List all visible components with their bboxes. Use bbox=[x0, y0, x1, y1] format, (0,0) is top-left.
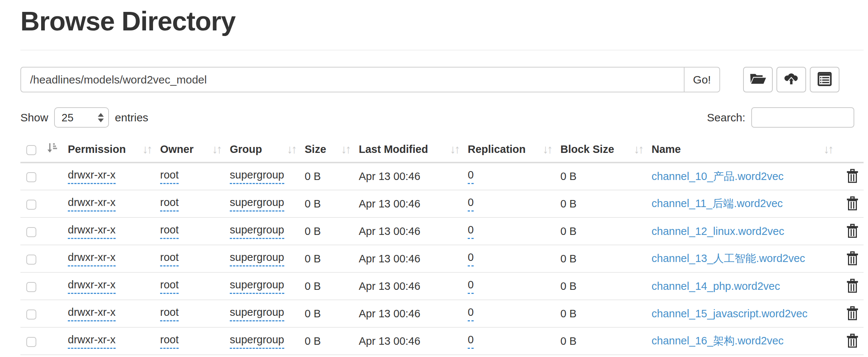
row-checkbox[interactable] bbox=[26, 255, 36, 265]
table-header-row: Permission ↓↑ Owner ↓↑ Group ↓↑ Size ↓↑ … bbox=[20, 139, 864, 163]
column-header-size[interactable]: Size ↓↑ bbox=[299, 139, 353, 163]
owner-value[interactable]: root bbox=[160, 251, 179, 266]
file-link[interactable]: channel_12_linux.word2vec bbox=[652, 225, 784, 237]
row-spacer-cell bbox=[41, 217, 62, 245]
column-header-owner[interactable]: Owner ↓↑ bbox=[154, 139, 224, 163]
row-checkbox[interactable] bbox=[26, 227, 36, 237]
owner-value[interactable]: root bbox=[160, 196, 179, 212]
replication-cell: 0 bbox=[462, 300, 554, 327]
path-input-group: Go! bbox=[20, 67, 720, 92]
column-header-block-size[interactable]: Block Size ↓↑ bbox=[554, 139, 646, 163]
size-cell: 0 B bbox=[299, 300, 353, 327]
row-checkbox[interactable] bbox=[26, 337, 36, 347]
row-checkbox[interactable] bbox=[26, 309, 36, 320]
row-spacer-cell bbox=[41, 190, 62, 217]
column-header-replication[interactable]: Replication ↓↑ bbox=[462, 139, 554, 163]
owner-value[interactable]: root bbox=[160, 224, 179, 239]
file-link[interactable]: channel_16_架构.word2vec bbox=[652, 335, 783, 347]
owner-value[interactable]: root bbox=[160, 169, 179, 184]
permission-value[interactable]: drwxr-xr-x bbox=[68, 279, 116, 294]
trash-icon[interactable] bbox=[846, 305, 859, 322]
file-link[interactable]: channel_13_人工智能.word2vec bbox=[652, 252, 805, 264]
column-header-name[interactable]: Name ↓↑ bbox=[646, 139, 835, 163]
actions-cell bbox=[835, 190, 864, 217]
group-cell: supergroup bbox=[224, 190, 299, 217]
last-modified-cell: Apr 13 00:46 bbox=[353, 217, 462, 245]
page-title: Browse Directory bbox=[20, 0, 864, 36]
column-header-last-modified[interactable]: Last Modified ↓↑ bbox=[353, 139, 462, 163]
go-button[interactable]: Go! bbox=[684, 67, 720, 92]
actions-cell bbox=[835, 300, 864, 327]
group-value[interactable]: supergroup bbox=[230, 251, 284, 266]
column-header-permission[interactable]: Permission ↓↑ bbox=[62, 139, 154, 163]
replication-value[interactable]: 0 bbox=[468, 169, 474, 184]
name-cell: channel_16_架构.word2vec bbox=[646, 327, 835, 355]
group-value[interactable]: supergroup bbox=[230, 279, 284, 294]
upload-file-button[interactable] bbox=[776, 67, 806, 92]
permission-value[interactable]: drwxr-xr-x bbox=[68, 306, 116, 321]
owner-cell: root bbox=[154, 190, 224, 217]
sort-order-header[interactable] bbox=[41, 139, 62, 163]
permission-value[interactable]: drwxr-xr-x bbox=[68, 334, 116, 349]
replication-value[interactable]: 0 bbox=[468, 306, 474, 321]
group-cell: supergroup bbox=[224, 163, 299, 190]
row-checkbox[interactable] bbox=[26, 200, 36, 210]
row-select-cell bbox=[20, 190, 41, 217]
browse-directory-page: Browse Directory Go! bbox=[0, 0, 864, 355]
permission-value[interactable]: drwxr-xr-x bbox=[68, 224, 116, 239]
permission-value[interactable]: drwxr-xr-x bbox=[68, 169, 116, 184]
file-link[interactable]: channel_10_产品.word2vec bbox=[652, 170, 783, 182]
owner-value[interactable]: root bbox=[160, 334, 179, 349]
replication-cell: 0 bbox=[462, 190, 554, 217]
file-link[interactable]: channel_14_php.word2vec bbox=[652, 280, 780, 292]
owner-value[interactable]: root bbox=[160, 306, 179, 321]
search-label: Search: bbox=[707, 111, 745, 124]
replication-value[interactable]: 0 bbox=[468, 196, 474, 212]
replication-value[interactable]: 0 bbox=[468, 224, 474, 239]
column-label: Name bbox=[652, 143, 681, 155]
trash-icon[interactable] bbox=[846, 333, 859, 350]
block-size-cell: 0 B bbox=[554, 327, 646, 355]
trash-icon[interactable] bbox=[846, 278, 859, 295]
search-input[interactable] bbox=[751, 107, 854, 128]
column-header-group[interactable]: Group ↓↑ bbox=[224, 139, 299, 163]
path-toolbar: Go! bbox=[20, 67, 864, 92]
row-select-cell bbox=[20, 327, 41, 355]
trash-icon[interactable] bbox=[846, 223, 859, 240]
permission-value[interactable]: drwxr-xr-x bbox=[68, 196, 116, 212]
owner-cell: root bbox=[154, 327, 224, 355]
summary-list-button[interactable] bbox=[810, 67, 839, 92]
permission-value[interactable]: drwxr-xr-x bbox=[68, 251, 116, 266]
trash-icon[interactable] bbox=[846, 168, 859, 185]
directory-path-input[interactable] bbox=[20, 67, 685, 92]
row-select-cell bbox=[20, 300, 41, 327]
file-link[interactable]: channel_15_javascript.word2vec bbox=[652, 308, 808, 320]
owner-value[interactable]: root bbox=[160, 279, 179, 294]
replication-value[interactable]: 0 bbox=[468, 334, 474, 349]
sort-arrows-icon: ↓↑ bbox=[450, 143, 459, 156]
column-label: Replication bbox=[468, 143, 526, 155]
replication-value[interactable]: 0 bbox=[468, 279, 474, 294]
replication-value[interactable]: 0 bbox=[468, 251, 474, 266]
file-link[interactable]: channel_11_后端.word2vec bbox=[652, 197, 783, 209]
create-directory-button[interactable] bbox=[743, 67, 773, 92]
name-cell: channel_14_php.word2vec bbox=[646, 272, 835, 300]
row-spacer-cell bbox=[41, 163, 62, 190]
search-box: Search: bbox=[707, 107, 864, 128]
owner-cell: root bbox=[154, 217, 224, 245]
row-checkbox[interactable] bbox=[26, 282, 36, 292]
row-checkbox[interactable] bbox=[26, 172, 36, 182]
group-value[interactable]: supergroup bbox=[230, 224, 284, 239]
group-value[interactable]: supergroup bbox=[230, 334, 284, 349]
permission-cell: drwxr-xr-x bbox=[62, 190, 154, 217]
group-cell: supergroup bbox=[224, 300, 299, 327]
last-modified-cell: Apr 13 00:46 bbox=[353, 272, 462, 300]
page-size-select[interactable]: 25 bbox=[54, 107, 109, 128]
group-value[interactable]: supergroup bbox=[230, 196, 284, 212]
trash-icon[interactable] bbox=[846, 196, 859, 212]
select-all-checkbox[interactable] bbox=[26, 145, 36, 155]
trash-icon[interactable] bbox=[846, 250, 859, 267]
group-value[interactable]: supergroup bbox=[230, 306, 284, 321]
last-modified-cell: Apr 13 00:46 bbox=[353, 327, 462, 355]
group-value[interactable]: supergroup bbox=[230, 169, 284, 184]
